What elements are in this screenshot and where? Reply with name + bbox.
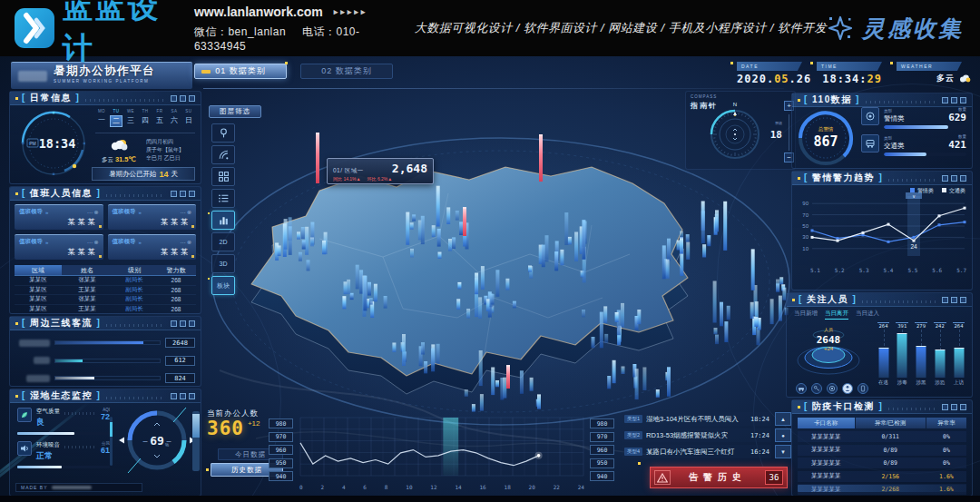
zoom-track[interactable] <box>789 114 789 151</box>
phone-icon-button[interactable] <box>858 383 868 394</box>
camera-icon-button[interactable] <box>827 383 838 394</box>
duty-card-name: 某某某 <box>161 217 191 227</box>
table-row[interactable]: 某某区王某某副局长268 <box>15 305 196 315</box>
minimize-icon[interactable] <box>942 175 948 182</box>
tab-当日离开[interactable]: 当日离开 <box>825 310 848 320</box>
alert-row[interactable]: 类型1湿地3-104片区有不明人员闯入18:24 <box>622 412 771 426</box>
car-icon-button[interactable] <box>796 383 807 394</box>
bar-label: 涉恐 <box>935 379 945 386</box>
weekday-cn: 五 <box>153 115 166 125</box>
key-icon-button[interactable] <box>811 383 822 394</box>
layer-button-grid[interactable] <box>211 167 235 186</box>
layer-button-pin[interactable] <box>211 123 235 143</box>
collection-label: 灵感收集 <box>862 14 964 44</box>
more-icon[interactable]: ⋯ ⊗ <box>180 239 191 245</box>
layer-button-3D[interactable]: 3D <box>211 254 235 273</box>
window-icon[interactable] <box>951 175 957 182</box>
window-icon[interactable] <box>180 191 186 197</box>
weekday-cn: 二 <box>110 115 122 127</box>
duty-leader-card[interactable]: 值班领导»⋯ ⊗某某某 <box>108 204 197 230</box>
leaf-icon <box>19 409 30 420</box>
tab-当日进入[interactable]: 当日进入 <box>856 310 879 320</box>
more-icon[interactable]: ⋯ ⊗ <box>87 209 99 215</box>
window-icon[interactable] <box>180 320 186 327</box>
table-row[interactable]: 某某区王某某副局长268 <box>15 286 196 296</box>
tab-data-category-2[interactable]: 02 数据类别 <box>300 64 393 79</box>
table-row[interactable]: 某某区张某某副局长268 <box>15 295 196 305</box>
window-icon[interactable] <box>180 95 186 102</box>
layer-button-bars[interactable] <box>211 211 235 230</box>
duty-leader-card[interactable]: 值班领导»⋯ ⊗某某某 <box>15 204 103 230</box>
expand-icon[interactable] <box>960 404 966 410</box>
window-icon[interactable] <box>951 97 957 103</box>
alert-row[interactable]: 类型2RD13-53烟感报警疑似火灾17:24 <box>622 428 771 442</box>
tab-当日新增[interactable]: 当日新增 <box>794 310 818 320</box>
weekday-cell[interactable]: FR五 <box>153 109 166 127</box>
minimize-icon[interactable] <box>171 95 177 102</box>
checkpoint-row[interactable]: 某某某某某2/1561.6% <box>798 471 966 482</box>
checkpoint-column-header[interactable]: 异常率 <box>926 418 966 428</box>
map-bar <box>481 266 485 290</box>
window-icon[interactable] <box>180 393 186 399</box>
table-row[interactable]: 某某区张某某副局长268 <box>15 276 196 286</box>
expand-icon[interactable] <box>189 191 195 197</box>
expand-icon[interactable] <box>189 95 195 102</box>
compass-dial[interactable]: N <box>707 100 763 162</box>
layer-button-radar[interactable] <box>211 145 235 164</box>
weekday-cell[interactable]: SA六 <box>168 109 181 127</box>
alert-row[interactable]: 类型4某路口有小汽车连闯三个红灯16:24 <box>622 445 771 458</box>
weekday-cell[interactable]: TH四 <box>139 109 152 127</box>
weekday-cell[interactable]: TU二 <box>110 109 122 127</box>
minimize-icon[interactable] <box>171 393 177 399</box>
more-icon[interactable]: ⋯ ⊗ <box>87 239 99 245</box>
axis-value-box: 970 <box>269 432 293 442</box>
duty-column-header[interactable]: 警力数 <box>156 265 196 275</box>
weekday-cell[interactable]: SU日 <box>182 109 195 127</box>
minimize-icon[interactable] <box>171 191 177 197</box>
weekday-cell[interactable]: MO一 <box>95 109 108 127</box>
minimize-icon[interactable] <box>171 320 177 327</box>
weekday-cell[interactable]: WE三 <box>124 109 137 127</box>
duty-column-header[interactable]: 区域 <box>15 265 62 275</box>
minimize-icon[interactable] <box>942 404 948 410</box>
person-icon-button[interactable] <box>842 383 853 394</box>
expand-icon[interactable] <box>960 97 966 103</box>
expand-icon[interactable] <box>189 393 195 399</box>
more-icon[interactable]: ⋯ ⊗ <box>180 209 191 215</box>
clock-widget: PM 18:34 <box>19 109 88 178</box>
expand-icon[interactable] <box>960 175 966 182</box>
air-quality-label: 空气质量 <box>36 408 60 416</box>
scroll-up-button[interactable]: ▲ <box>775 412 791 426</box>
scroll-down-button[interactable]: ▼ <box>775 445 791 458</box>
checkpoint-column-header[interactable]: 卡口名称 <box>798 418 855 428</box>
checkpoint-row[interactable]: 某某某某某0/3110% <box>798 431 966 442</box>
expand-icon[interactable] <box>189 320 195 327</box>
name-cell: 张某某 <box>62 295 113 303</box>
alarm-history-button[interactable]: 告警历史 36 <box>650 467 788 488</box>
zoom-level-label: 层级 <box>766 121 782 125</box>
checkpoint-row[interactable]: 某某某某某0/890% <box>798 458 966 468</box>
checkpoint-column-header[interactable]: 异常/已检测 <box>856 418 926 428</box>
flow-bar-track <box>54 359 161 363</box>
gauge-slider-left[interactable] <box>110 417 113 466</box>
minimize-icon[interactable] <box>942 97 948 103</box>
window-icon[interactable] <box>951 297 957 303</box>
duty-leader-card[interactable]: 值班领导»⋯ ⊗某某某 <box>15 234 103 260</box>
layer-button-2D[interactable]: 2D <box>211 232 235 251</box>
layer-button-label: 2D <box>220 239 228 245</box>
checkpoint-row[interactable]: 某某某某某0/890% <box>798 445 966 456</box>
tab-data-category-1[interactable]: 01 数据类别 <box>194 64 287 79</box>
expand-icon[interactable] <box>960 297 966 303</box>
duty-column-header[interactable]: 级别 <box>113 265 156 275</box>
layer-button-list[interactable] <box>211 189 235 208</box>
duty-column-header[interactable]: 姓名 <box>62 265 113 275</box>
map-bar <box>302 241 306 250</box>
website-link[interactable]: www.lanlanwork.com <box>194 5 323 19</box>
metric-type-label: 类型 <box>884 136 905 141</box>
x-tick-label: 5.2 <box>835 267 845 273</box>
window-icon[interactable] <box>951 404 957 410</box>
duty-leader-card[interactable]: 值班领导»⋯ ⊗某某某 <box>108 234 197 260</box>
layer-button-板块[interactable]: 板块 <box>211 276 235 295</box>
gauge-slider-right[interactable] <box>192 411 200 471</box>
minimize-icon[interactable] <box>942 297 948 303</box>
